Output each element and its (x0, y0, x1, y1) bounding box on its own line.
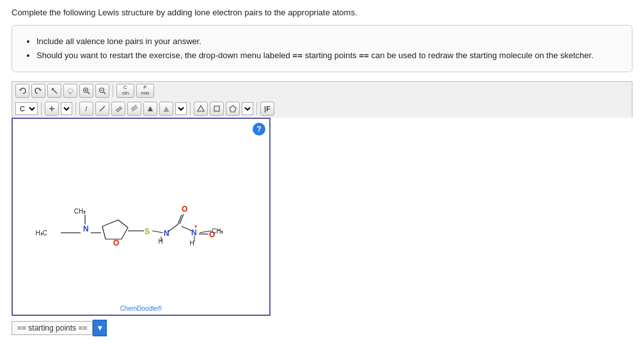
separator-5 (256, 102, 257, 115)
zoom-in-button[interactable] (79, 84, 93, 98)
svg-text:N: N (191, 228, 197, 237)
starting-points-dropdown[interactable]: == starting points == ▼ (12, 320, 107, 336)
info-box: Include all valence lone pairs in your a… (12, 25, 632, 72)
info-list: Include all valence lone pairs in your a… (24, 35, 620, 63)
svg-marker-34 (102, 220, 128, 239)
bottom-bar: == starting points == ▼ (12, 320, 632, 336)
equals-label-2: == (359, 51, 369, 60)
svg-line-9 (104, 92, 106, 94)
double-bond-tool[interactable] (111, 102, 125, 116)
ring-select[interactable]: ▼ (242, 102, 253, 115)
up-bond-tool[interactable] (143, 102, 157, 116)
plus-button[interactable] (45, 102, 59, 116)
lasso-button[interactable] (63, 84, 77, 98)
svg-line-42 (168, 224, 178, 232)
svg-line-17 (132, 107, 137, 111)
info-item-1: Include all valence lone pairs in your a… (36, 35, 620, 49)
molecule-display: CH₃ N H₃C O (19, 132, 262, 298)
svg-text:S: S (145, 227, 150, 236)
toolbar-top: Ccln Pmin (12, 81, 632, 100)
svg-line-13 (100, 106, 105, 111)
svg-text:CH₃: CH₃ (212, 228, 223, 235)
svg-line-16 (132, 106, 137, 110)
element-select[interactable]: C H N O S (15, 102, 38, 115)
svg-text:O: O (113, 238, 119, 247)
svg-text:N: N (83, 224, 89, 233)
undo-button[interactable] (15, 84, 29, 98)
bond-type-select[interactable]: ▼ (175, 102, 187, 115)
separator-3 (75, 102, 76, 115)
svg-text:CH₃: CH₃ (74, 208, 86, 215)
min-button[interactable]: Pmin (136, 84, 154, 98)
cut-button[interactable] (47, 84, 61, 98)
svg-text:H: H (158, 238, 162, 245)
redo-button[interactable] (31, 84, 45, 98)
svg-line-18 (131, 105, 136, 109)
svg-rect-26 (214, 106, 219, 111)
page-instructions: Complete the following Lewis structure b… (12, 8, 632, 17)
info-item-2: Should you want to restart the exercise,… (36, 49, 620, 63)
single-bond-tool[interactable] (95, 102, 109, 116)
chemdoodle-label: ChemDoodle® (120, 305, 162, 312)
svg-line-46 (182, 226, 192, 231)
sketcher-wrapper: Ccln Pmin C H N O S ▼ / (12, 81, 632, 316)
zoom-out-button[interactable] (95, 84, 109, 98)
down-bond-tool[interactable] (159, 102, 173, 116)
svg-line-38 (152, 231, 163, 233)
separator-1 (113, 84, 113, 97)
ring4-tool[interactable] (210, 102, 224, 116)
svg-marker-19 (148, 106, 153, 111)
svg-marker-27 (230, 106, 236, 112)
clean-button[interactable]: Ccln (116, 84, 134, 98)
svg-text:H: H (189, 240, 194, 247)
separator-2 (41, 102, 42, 115)
svg-text:N: N (164, 229, 169, 238)
svg-point-2 (68, 89, 73, 93)
svg-point-48 (195, 226, 197, 228)
ring3-tool[interactable] (194, 102, 208, 116)
starting-points-label: == starting points == (12, 321, 93, 335)
charge-select[interactable]: ▼ (61, 102, 72, 115)
text-tool[interactable]: |F (260, 102, 274, 116)
svg-marker-25 (198, 106, 204, 111)
svg-text:H₃C: H₃C (36, 230, 47, 237)
starting-points-arrow[interactable]: ▼ (93, 320, 107, 336)
separator-4 (190, 102, 191, 115)
svg-line-5 (88, 92, 90, 94)
svg-text:O: O (182, 205, 187, 214)
sketcher-canvas[interactable]: ? CH₃ N H₃C (12, 118, 271, 316)
line-tool[interactable]: / (79, 102, 93, 116)
ring5-tool[interactable] (226, 102, 240, 116)
triple-bond-tool[interactable] (127, 102, 141, 116)
toolbar-second: C H N O S ▼ / ▼ (12, 100, 632, 118)
equals-label: == (292, 51, 302, 60)
